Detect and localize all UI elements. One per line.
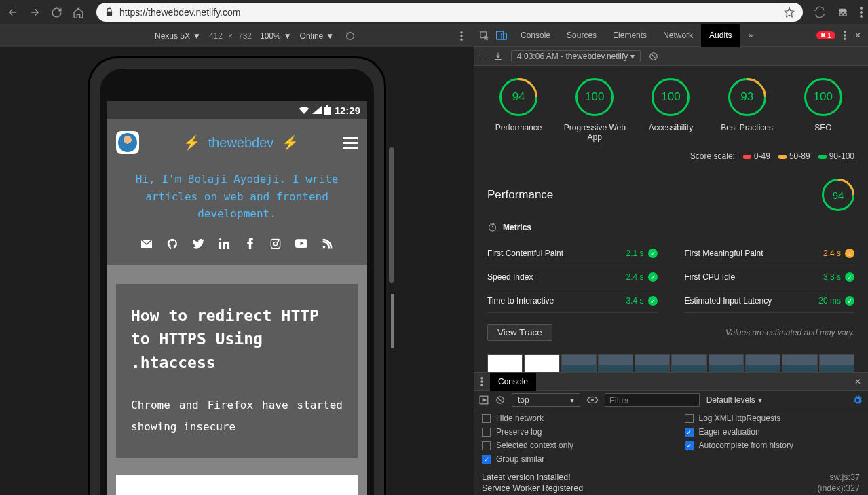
bookmark-icon[interactable]: [784, 7, 795, 18]
opt-autocomplete[interactable]: ✓Autocomplete from history: [685, 441, 861, 450]
context-select[interactable]: top▾: [512, 393, 580, 407]
svg-point-2: [860, 7, 863, 10]
dimensions: 412 × 732: [209, 31, 252, 41]
log-source-link[interactable]: (index):327: [817, 483, 860, 493]
rotate-icon[interactable]: [345, 31, 356, 41]
opt-preserve-log[interactable]: Preserve log: [482, 427, 658, 437]
home-button[interactable]: [71, 5, 86, 20]
score-perf[interactable]: 94Performance: [485, 78, 552, 142]
inspect-icon[interactable]: [479, 31, 489, 41]
trace-note: Values are estimated and may vary.: [725, 328, 854, 337]
tab-sources[interactable]: Sources: [559, 24, 605, 47]
score-ring: 100: [575, 78, 614, 116]
tab-console[interactable]: Console: [512, 24, 559, 47]
facebook-icon[interactable]: [244, 238, 256, 250]
twitter-icon[interactable]: [192, 238, 204, 250]
device-mode-icon[interactable]: [496, 31, 507, 40]
viewport-scrollbar[interactable]: [388, 79, 395, 495]
youtube-icon[interactable]: [295, 238, 307, 250]
hamburger-icon[interactable]: [343, 137, 358, 149]
social-icons: [116, 235, 358, 255]
score-label: Best Practices: [721, 123, 773, 132]
metric-name: Estimated Input Latency: [685, 296, 772, 306]
score-ring: 93: [728, 78, 766, 116]
site-title[interactable]: ⚡ thewebdev ⚡: [183, 134, 299, 151]
download-icon[interactable]: [493, 52, 503, 61]
error-count[interactable]: ✖1: [816, 31, 835, 39]
opt-group-similar[interactable]: ✓Group similar: [482, 454, 658, 464]
gear-icon[interactable]: [852, 395, 863, 405]
audit-run-select[interactable]: 4:03:06 AM - thewebdev.netlify▾: [511, 50, 641, 62]
status-icon: ✓: [845, 296, 854, 306]
sync-icon[interactable]: [814, 6, 826, 18]
score-seo[interactable]: 100SEO: [789, 78, 857, 142]
kebab-icon[interactable]: [844, 31, 846, 40]
mail-icon[interactable]: [140, 238, 153, 250]
signal-icon: [312, 106, 322, 114]
drawer-tab-console[interactable]: Console: [490, 373, 536, 391]
device-width[interactable]: 412: [209, 31, 223, 41]
opt-selected-ctx[interactable]: Selected context only: [482, 441, 658, 450]
metric-si: Speed Index2.4 s✓: [487, 265, 658, 289]
github-icon[interactable]: [166, 238, 178, 250]
metrics-heading: Metrics: [487, 222, 854, 232]
close-icon[interactable]: ✕: [848, 377, 868, 386]
back-button[interactable]: [5, 5, 20, 20]
clear-icon[interactable]: [649, 52, 658, 61]
log-source-link[interactable]: sw.js:37: [830, 473, 860, 482]
post-card[interactable]: How to redirect HTTP to HTTPS Using .hta…: [116, 284, 358, 459]
kebab-icon[interactable]: [460, 31, 463, 41]
kebab-icon[interactable]: [860, 7, 863, 18]
live-expr-icon[interactable]: [587, 396, 598, 404]
score-bp[interactable]: 93Best Practices: [713, 78, 781, 142]
device-select[interactable]: Nexus 5X ▼: [155, 31, 201, 41]
phone-screen[interactable]: 12:29 ⚡ thewebdev ⚡ Hi, I'm Bolaji Ayode…: [107, 101, 367, 495]
filter-input[interactable]: [605, 393, 700, 407]
filmstrip[interactable]: [474, 354, 868, 372]
linkedin-icon[interactable]: [218, 238, 230, 250]
throttle-select[interactable]: Online ▼: [300, 31, 335, 41]
address-bar[interactable]: https://thewebdev.netlify.com: [96, 3, 803, 22]
lock-icon: [105, 7, 114, 17]
more-tabs-icon[interactable]: »: [740, 24, 761, 47]
tab-audits[interactable]: Audits: [701, 24, 740, 47]
log-line: Service Worker Registered(index):327: [482, 483, 860, 494]
svg-point-29: [480, 384, 483, 387]
view-trace-button[interactable]: View Trace: [487, 324, 552, 341]
svg-point-27: [480, 377, 483, 380]
zoom-select[interactable]: 100% ▼: [260, 31, 292, 41]
svg-point-3: [860, 11, 863, 14]
play-icon[interactable]: [479, 395, 489, 405]
svg-point-23: [844, 34, 846, 37]
filmstrip-frame: [709, 354, 744, 372]
tab-elements[interactable]: Elements: [605, 24, 655, 47]
section-title: Performance: [487, 188, 553, 202]
audits-toolbar: + 4:03:06 AM - thewebdev.netlify▾: [474, 47, 868, 66]
close-icon[interactable]: ✕: [854, 31, 861, 40]
log-levels-select[interactable]: Default levels ▾: [706, 395, 762, 405]
instagram-icon[interactable]: [269, 238, 282, 250]
opt-log-xhr[interactable]: Log XMLHttpRequests: [685, 414, 861, 423]
performance-section: Performance 94 Metrics First Contentful …: [474, 170, 868, 354]
device-height[interactable]: 732: [238, 31, 252, 41]
metric-value: 2.1 s: [626, 249, 643, 258]
bolt-icon: ⚡: [183, 135, 200, 150]
opt-hide-network[interactable]: Hide network: [482, 414, 658, 423]
kebab-icon[interactable]: [474, 377, 490, 386]
score-pwa[interactable]: 100Progressive Web App: [561, 78, 628, 142]
svg-point-18: [322, 246, 325, 249]
opt-eager-eval[interactable]: ✓Eager evaluation: [685, 427, 861, 437]
tab-network[interactable]: Network: [655, 24, 701, 47]
reload-button[interactable]: [49, 5, 64, 20]
bolt-icon: ⚡: [282, 135, 299, 150]
score-label: Accessibility: [649, 123, 693, 132]
site-intro: Hi, I'm Bolaji Ayodeji. I write articles…: [116, 170, 358, 235]
site-logo[interactable]: [116, 131, 139, 154]
plus-icon[interactable]: +: [480, 52, 485, 61]
rss-icon[interactable]: [321, 238, 333, 250]
score-a11y[interactable]: 100Accessibility: [637, 78, 704, 142]
devtools-panel: Console Sources Elements Network Audits …: [474, 24, 868, 495]
forward-button[interactable]: [27, 5, 42, 20]
clear-icon[interactable]: [495, 395, 505, 405]
filmstrip-frame: [561, 354, 597, 372]
